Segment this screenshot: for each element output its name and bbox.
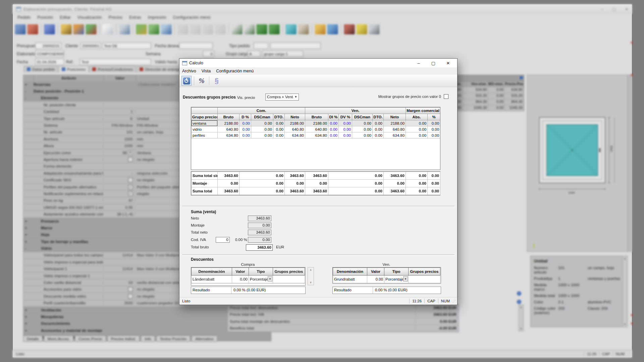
discount-cell[interactable]: 0.00 xyxy=(239,132,251,138)
menu-item-configuraci-n-men[interactable]: Configuración menú xyxy=(213,69,256,73)
expand-toggle-icon[interactable]: + xyxy=(23,219,34,223)
descuentos-scrollbar[interactable]: ∧∨ xyxy=(308,267,314,285)
menu-item-impresi-n[interactable]: Impresión xyxy=(145,14,170,20)
expand-toggle-icon[interactable]: - xyxy=(23,96,34,100)
percent-button[interactable]: % xyxy=(197,76,207,86)
mont-acces-button[interactable]: Mont./Acces. xyxy=(44,336,73,342)
import-icon[interactable] xyxy=(231,24,243,35)
fecha-deseada-field[interactable] xyxy=(179,43,213,49)
merge-disabled-icon[interactable] xyxy=(177,24,189,35)
menu-item-visualizaci-n[interactable]: Visualización xyxy=(74,14,105,20)
price-group-row[interactable]: vidrio640.800.000.000.00640.80640.800.00… xyxy=(192,126,440,132)
detach-disabled-icon[interactable] xyxy=(215,24,226,35)
chevron-down-icon[interactable]: ▼ xyxy=(128,150,133,155)
ref-field[interactable]: Test xyxy=(80,59,151,65)
preview-scrollbar[interactable] xyxy=(627,75,632,251)
tab-posiciones[interactable]: Posiciones xyxy=(59,66,89,72)
split-disabled-icon[interactable] xyxy=(190,24,201,35)
discount-groups-cell[interactable] xyxy=(409,276,440,283)
tab-precios-condiciones[interactable]: Precios/Condiciones xyxy=(89,66,136,72)
expand-toggle-icon[interactable]: - xyxy=(23,246,34,250)
document-icon[interactable] xyxy=(102,24,113,35)
reload-icon[interactable] xyxy=(86,24,97,35)
info-icon[interactable] xyxy=(315,24,326,35)
minimize-button[interactable]: – xyxy=(412,61,425,66)
discount-cell[interactable]: 0.00 xyxy=(339,132,352,138)
tab-direcci-n-de-entrega[interactable]: Dirección de entrega xyxy=(137,66,183,72)
textos-posici-n-button[interactable]: Textos Posición xyxy=(156,336,191,342)
discount-cell[interactable]: 0.00 xyxy=(239,120,251,126)
menu-item-pedido[interactable]: Pedido xyxy=(14,14,34,20)
expand-toggle-icon[interactable]: + xyxy=(23,308,34,312)
export-icon[interactable] xyxy=(244,24,255,35)
undo-icon[interactable] xyxy=(285,24,297,35)
clear-icon[interactable]: ✕ xyxy=(630,41,633,45)
join-disabled-icon[interactable] xyxy=(202,24,213,35)
paragraph-button[interactable]: § xyxy=(212,76,222,86)
new-customer-icon[interactable] xyxy=(61,24,72,35)
presupuesto-field[interactable]: 20000231 xyxy=(35,43,61,49)
chevron-down-icon[interactable]: ▼ xyxy=(268,276,272,282)
save-icon[interactable] xyxy=(44,24,55,35)
grupo-carga-code-field[interactable]: A xyxy=(248,51,260,57)
unit-scrollbar[interactable]: ▲▼ xyxy=(623,256,627,326)
discount-row[interactable]: Länderrabatt0.00Porcentaje▼ xyxy=(192,276,305,283)
semana-field[interactable]: 0 xyxy=(203,51,214,57)
fecha-field[interactable]: 01.04.2026 xyxy=(35,59,64,65)
vis-precio-select[interactable]: Compra + Venta ▼ xyxy=(265,94,299,101)
box-icon[interactable] xyxy=(298,24,309,35)
discount-row[interactable]: Grundrabatt0.00Porcentaje▼ xyxy=(333,276,440,283)
search-icon[interactable] xyxy=(344,24,355,35)
download-alt-icon[interactable] xyxy=(269,24,280,35)
correc-precio-button[interactable]: Correc.Precio xyxy=(75,336,106,342)
detalle-button[interactable]: Detalle xyxy=(23,336,43,342)
menu-item-extras[interactable]: Extras xyxy=(126,14,144,20)
menu-item-posici-n[interactable]: Posición xyxy=(34,14,56,20)
monitor-icon[interactable] xyxy=(369,24,380,35)
menu-item-archivo[interactable]: Archivo xyxy=(179,69,199,73)
totals-scrollbar[interactable]: ▲▼ xyxy=(519,305,524,331)
expand-toggle-icon[interactable]: + xyxy=(23,240,34,244)
price-person-icon[interactable] xyxy=(136,24,147,35)
discount-groups-cell[interactable] xyxy=(273,276,305,283)
app-maximize-button[interactable]: ▢ xyxy=(612,7,616,12)
menu-item-editar[interactable]: Editar xyxy=(56,14,74,20)
discount-value-cell[interactable]: 0.00 xyxy=(232,276,249,283)
checkbox[interactable] xyxy=(128,157,133,162)
menu-item-precios[interactable]: Precios xyxy=(105,14,126,20)
discount-cell[interactable]: 0.00 xyxy=(328,126,339,132)
checkbox[interactable]: ✓ xyxy=(128,191,133,196)
power-button[interactable] xyxy=(181,76,192,86)
power-on-icon[interactable] xyxy=(15,24,26,35)
filter-icon[interactable] xyxy=(356,24,367,35)
close-button[interactable]: ✕ xyxy=(442,61,454,66)
dialog-titlebar[interactable]: Calculo – ▢ ✕ xyxy=(179,59,457,67)
tab-datos-pedido[interactable]: Datos pedido xyxy=(24,66,58,72)
checkbox[interactable]: ✓ xyxy=(128,185,133,189)
clear-icon[interactable]: ✕ xyxy=(630,313,633,317)
customers-icon[interactable] xyxy=(73,24,84,35)
price-group-row[interactable]: ventana2188.000.000.000.002188.002188.00… xyxy=(192,120,440,126)
checkbox[interactable] xyxy=(128,178,133,182)
discount-cell[interactable]: 0.00 xyxy=(239,126,251,132)
chevron-down-icon[interactable]: ▼ xyxy=(403,276,408,282)
menu-item-vista[interactable]: Vista xyxy=(199,69,214,73)
discount-cell[interactable]: 0.00 xyxy=(339,126,352,132)
discount-type-cell[interactable]: Porcentaje▼ xyxy=(384,276,409,283)
alternativo-button[interactable]: Alternativo xyxy=(192,336,217,342)
price-group-row[interactable]: perfiles634.800.000.000.00634.80634.800.… xyxy=(192,132,440,138)
expand-toggle-icon[interactable]: + xyxy=(23,233,34,237)
info-icon[interactable]: i xyxy=(517,291,521,296)
money-icon[interactable] xyxy=(148,24,159,35)
precios-indivd-button[interactable]: Precios indivd. xyxy=(107,336,140,342)
checkbox[interactable] xyxy=(128,294,133,299)
show-zero-checkbox[interactable] xyxy=(444,94,448,99)
elements-icon[interactable] xyxy=(119,24,130,35)
discount-type-cell[interactable]: Porcentaje▼ xyxy=(249,276,273,283)
discount-value-cell[interactable]: 0.00 xyxy=(367,276,384,283)
maximize-button[interactable]: ▢ xyxy=(427,61,440,66)
info-button[interactable]: Info xyxy=(141,336,155,342)
menu-item-configuraci-n-men[interactable]: Configuración menú xyxy=(170,14,214,20)
clear-icon[interactable]: ✕ xyxy=(630,321,633,326)
discount-cell[interactable]: 0.00 xyxy=(328,120,339,126)
